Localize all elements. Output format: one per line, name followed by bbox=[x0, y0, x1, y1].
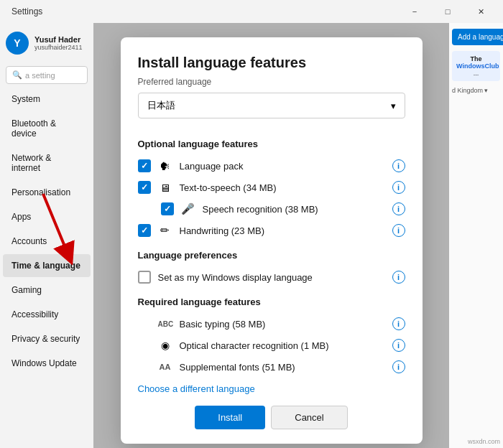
main-layout: Y Yusuf Hader yusufhaider2411 🔍 a settin… bbox=[0, 23, 503, 448]
close-button[interactable]: ✕ bbox=[464, 0, 497, 23]
feature-fonts: AA Supplemental fonts (51 MB) i bbox=[138, 356, 405, 378]
network-label: Network & internet bbox=[11, 153, 82, 173]
handwriting-label: Handwriting (23 MB) bbox=[180, 225, 385, 236]
personalisation-label: Personalisation bbox=[11, 187, 70, 197]
choose-different-language-link[interactable]: Choose a different language bbox=[138, 383, 405, 394]
right-content: Add a language The WindowsClub ... d Kin… bbox=[449, 23, 503, 100]
sidebar-item-windows-update[interactable]: Windows Update bbox=[3, 352, 91, 375]
club-title: The bbox=[456, 55, 496, 62]
feature-basic-typing: ABC Basic typing (58 MB) i bbox=[138, 313, 405, 335]
handwriting-checkbox[interactable]: ✓ bbox=[138, 224, 151, 237]
windows-club-badge: The WindowsClub ... bbox=[452, 51, 500, 81]
sidebar-item-apps[interactable]: Apps bbox=[3, 205, 91, 228]
sidebar-item-network[interactable]: Network & internet bbox=[3, 146, 91, 179]
sidebar-item-gaming[interactable]: Gaming bbox=[3, 279, 91, 302]
sidebar-item-accounts[interactable]: Accounts bbox=[3, 230, 91, 253]
search-placeholder: a setting bbox=[25, 71, 55, 80]
accessibility-label: Accessibility bbox=[11, 309, 58, 319]
ocr-info-icon[interactable]: i bbox=[392, 339, 405, 352]
settings-window: Settings − □ ✕ Y Yusuf Hader yusufhaider… bbox=[0, 0, 503, 448]
lang-pack-checkbox[interactable]: ✓ bbox=[138, 159, 151, 172]
right-panel: Add a language The WindowsClub ... d Kin… bbox=[449, 23, 503, 448]
speech-info-icon[interactable]: i bbox=[392, 202, 405, 215]
preferred-language-label: Preferred language bbox=[138, 77, 405, 87]
ocr-icon: ◉ bbox=[158, 340, 172, 351]
lang-pack-info-icon[interactable]: i bbox=[392, 159, 405, 172]
feature-tts: ✓ 🖥 Text-to-speech (34 MB) i bbox=[138, 177, 405, 198]
dialog-title: Install language features bbox=[138, 55, 405, 71]
handwriting-icon: ✏ bbox=[158, 224, 172, 237]
optional-section-title: Optional language features bbox=[138, 139, 405, 149]
required-section-title: Required language features bbox=[138, 297, 405, 307]
speech-checkbox[interactable]: ✓ bbox=[161, 202, 174, 215]
title-bar: Settings − □ ✕ bbox=[0, 0, 503, 23]
lang-pack-label: Language pack bbox=[180, 161, 385, 172]
region-selector[interactable]: d Kingdom ▾ bbox=[452, 87, 500, 94]
fonts-info-icon[interactable]: i bbox=[392, 360, 405, 373]
feature-handwriting: ✓ ✏ Handwriting (23 MB) i bbox=[138, 220, 405, 241]
basic-typing-icon: ABC bbox=[158, 320, 172, 328]
add-language-button[interactable]: Add a language bbox=[452, 29, 503, 45]
system-label: System bbox=[11, 94, 40, 104]
tts-info-icon[interactable]: i bbox=[392, 181, 405, 194]
window-title: Settings bbox=[11, 6, 42, 17]
sidebar-item-bluetooth[interactable]: Bluetooth & device bbox=[3, 112, 91, 145]
avatar: Y bbox=[6, 32, 29, 55]
maximize-button[interactable]: □ bbox=[431, 0, 464, 23]
install-language-dialog: Install language features Preferred lang… bbox=[121, 37, 423, 444]
dialog-body: Optional language features ✓ 🗣 Language … bbox=[121, 130, 423, 397]
speech-icon: 🎤 bbox=[181, 202, 195, 215]
sidebar-item-privacy[interactable]: Privacy & security bbox=[3, 327, 91, 350]
minimize-button[interactable]: − bbox=[398, 0, 431, 23]
lang-pack-icon: 🗣 bbox=[158, 160, 172, 172]
display-lang-info-icon[interactable]: i bbox=[392, 271, 405, 284]
window-controls: − □ ✕ bbox=[398, 0, 497, 23]
feature-speech: ✓ 🎤 Speech recognition (38 MB) i bbox=[138, 198, 405, 220]
sidebar: Y Yusuf Hader yusufhaider2411 🔍 a settin… bbox=[0, 23, 93, 448]
accounts-label: Accounts bbox=[11, 236, 47, 246]
content-area: Install language features Preferred lang… bbox=[93, 23, 449, 448]
display-lang-label: Set as my Windows display language bbox=[158, 272, 385, 283]
ocr-label: Optical character recognition (1 MB) bbox=[180, 340, 385, 351]
basic-typing-info-icon[interactable]: i bbox=[392, 317, 405, 330]
region-dropdown-icon: ▾ bbox=[484, 87, 488, 94]
tts-icon: 🖥 bbox=[158, 182, 172, 194]
tts-label: Text-to-speech (34 MB) bbox=[180, 182, 385, 193]
dialog-header: Install language features Preferred lang… bbox=[121, 37, 423, 130]
user-email: yusufhaider2411 bbox=[34, 44, 83, 51]
install-button[interactable]: Install bbox=[195, 406, 265, 429]
user-info: Y Yusuf Hader yusufhaider2411 bbox=[0, 23, 93, 63]
fonts-label: Supplemental fonts (51 MB) bbox=[180, 362, 385, 373]
handwriting-info-icon[interactable]: i bbox=[392, 224, 405, 237]
fonts-icon: AA bbox=[158, 363, 172, 371]
search-icon: 🔍 bbox=[12, 70, 22, 80]
region-label: d Kingdom bbox=[452, 87, 483, 94]
sidebar-item-system[interactable]: System bbox=[3, 88, 91, 111]
search-box[interactable]: 🔍 a setting bbox=[6, 66, 88, 84]
time-label: Time & language bbox=[11, 261, 80, 271]
feature-display-lang: Set as my Windows display language i bbox=[138, 266, 405, 288]
dropdown-chevron-icon: ▾ bbox=[391, 101, 396, 111]
language-dropdown[interactable]: 日本語 ▾ bbox=[138, 93, 405, 118]
sidebar-item-accessibility[interactable]: Accessibility bbox=[3, 303, 91, 326]
nav-items: System Bluetooth & device Network & inte… bbox=[0, 87, 93, 448]
sidebar-item-time[interactable]: Time & language bbox=[3, 254, 91, 277]
privacy-label: Privacy & security bbox=[11, 334, 80, 344]
watermark: wsxdn.com bbox=[468, 438, 500, 445]
cancel-button[interactable]: Cancel bbox=[271, 406, 347, 429]
speech-label: Speech recognition (38 MB) bbox=[203, 204, 385, 215]
windows-update-label: Windows Update bbox=[11, 358, 77, 368]
feature-lang-pack: ✓ 🗣 Language pack i bbox=[138, 155, 405, 177]
dialog-overlay: Install language features Preferred lang… bbox=[93, 23, 449, 448]
user-name: Yusuf Hader bbox=[34, 35, 83, 44]
bluetooth-label: Bluetooth & device bbox=[11, 118, 82, 139]
preferences-section-title: Language preferences bbox=[138, 250, 405, 261]
apps-label: Apps bbox=[11, 212, 31, 222]
sidebar-item-personalisation[interactable]: Personalisation bbox=[3, 181, 91, 204]
selected-language: 日本語 bbox=[147, 99, 175, 112]
display-lang-checkbox[interactable] bbox=[138, 271, 151, 284]
club-dots: ... bbox=[456, 70, 496, 77]
basic-typing-label: Basic typing (58 MB) bbox=[180, 319, 385, 330]
tts-checkbox[interactable]: ✓ bbox=[138, 181, 151, 194]
feature-ocr: ◉ Optical character recognition (1 MB) i bbox=[138, 335, 405, 356]
